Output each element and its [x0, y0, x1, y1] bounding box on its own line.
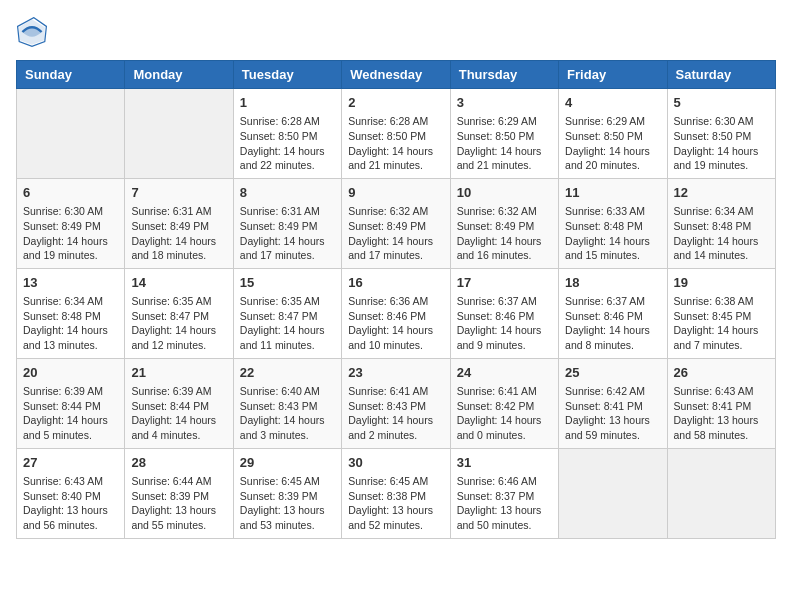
- calendar-cell: 23Sunrise: 6:41 AMSunset: 8:43 PMDayligh…: [342, 358, 450, 448]
- calendar-cell: 17Sunrise: 6:37 AMSunset: 8:46 PMDayligh…: [450, 268, 558, 358]
- sunrise-text: Sunrise: 6:42 AM: [565, 384, 660, 399]
- calendar-week-row: 1Sunrise: 6:28 AMSunset: 8:50 PMDaylight…: [17, 89, 776, 179]
- sunrise-text: Sunrise: 6:44 AM: [131, 474, 226, 489]
- sunrise-text: Sunrise: 6:31 AM: [240, 204, 335, 219]
- day-number: 18: [565, 274, 660, 292]
- daylight-text: Daylight: 13 hours and 50 minutes.: [457, 503, 552, 532]
- sunrise-text: Sunrise: 6:34 AM: [674, 204, 769, 219]
- day-of-week-header: Thursday: [450, 61, 558, 89]
- daylight-text: Daylight: 14 hours and 8 minutes.: [565, 323, 660, 352]
- calendar-table: SundayMondayTuesdayWednesdayThursdayFrid…: [16, 60, 776, 539]
- calendar-week-row: 13Sunrise: 6:34 AMSunset: 8:48 PMDayligh…: [17, 268, 776, 358]
- day-number: 1: [240, 94, 335, 112]
- sunset-text: Sunset: 8:50 PM: [240, 129, 335, 144]
- sunset-text: Sunset: 8:46 PM: [565, 309, 660, 324]
- day-number: 22: [240, 364, 335, 382]
- calendar-cell: 28Sunrise: 6:44 AMSunset: 8:39 PMDayligh…: [125, 448, 233, 538]
- day-number: 7: [131, 184, 226, 202]
- sunrise-text: Sunrise: 6:45 AM: [348, 474, 443, 489]
- calendar-cell: 8Sunrise: 6:31 AMSunset: 8:49 PMDaylight…: [233, 178, 341, 268]
- calendar-cell: 15Sunrise: 6:35 AMSunset: 8:47 PMDayligh…: [233, 268, 341, 358]
- sunset-text: Sunset: 8:49 PM: [240, 219, 335, 234]
- daylight-text: Daylight: 13 hours and 55 minutes.: [131, 503, 226, 532]
- calendar-cell: 7Sunrise: 6:31 AMSunset: 8:49 PMDaylight…: [125, 178, 233, 268]
- calendar-cell: 2Sunrise: 6:28 AMSunset: 8:50 PMDaylight…: [342, 89, 450, 179]
- sunrise-text: Sunrise: 6:29 AM: [565, 114, 660, 129]
- daylight-text: Daylight: 14 hours and 12 minutes.: [131, 323, 226, 352]
- calendar-cell: [667, 448, 775, 538]
- day-of-week-header: Tuesday: [233, 61, 341, 89]
- sunset-text: Sunset: 8:42 PM: [457, 399, 552, 414]
- sunset-text: Sunset: 8:46 PM: [457, 309, 552, 324]
- sunset-text: Sunset: 8:43 PM: [348, 399, 443, 414]
- sunset-text: Sunset: 8:48 PM: [23, 309, 118, 324]
- daylight-text: Daylight: 13 hours and 56 minutes.: [23, 503, 118, 532]
- sunset-text: Sunset: 8:43 PM: [240, 399, 335, 414]
- day-number: 15: [240, 274, 335, 292]
- day-number: 25: [565, 364, 660, 382]
- day-number: 21: [131, 364, 226, 382]
- calendar-cell: 1Sunrise: 6:28 AMSunset: 8:50 PMDaylight…: [233, 89, 341, 179]
- calendar-cell: 11Sunrise: 6:33 AMSunset: 8:48 PMDayligh…: [559, 178, 667, 268]
- calendar-cell: 24Sunrise: 6:41 AMSunset: 8:42 PMDayligh…: [450, 358, 558, 448]
- daylight-text: Daylight: 13 hours and 52 minutes.: [348, 503, 443, 532]
- sunset-text: Sunset: 8:50 PM: [565, 129, 660, 144]
- daylight-text: Daylight: 14 hours and 5 minutes.: [23, 413, 118, 442]
- sunrise-text: Sunrise: 6:43 AM: [674, 384, 769, 399]
- sunset-text: Sunset: 8:50 PM: [674, 129, 769, 144]
- sunrise-text: Sunrise: 6:45 AM: [240, 474, 335, 489]
- day-number: 17: [457, 274, 552, 292]
- day-number: 24: [457, 364, 552, 382]
- sunset-text: Sunset: 8:41 PM: [565, 399, 660, 414]
- daylight-text: Daylight: 14 hours and 9 minutes.: [457, 323, 552, 352]
- day-number: 20: [23, 364, 118, 382]
- daylight-text: Daylight: 14 hours and 17 minutes.: [348, 234, 443, 263]
- sunset-text: Sunset: 8:49 PM: [457, 219, 552, 234]
- sunrise-text: Sunrise: 6:38 AM: [674, 294, 769, 309]
- daylight-text: Daylight: 14 hours and 13 minutes.: [23, 323, 118, 352]
- sunrise-text: Sunrise: 6:30 AM: [674, 114, 769, 129]
- sunset-text: Sunset: 8:49 PM: [131, 219, 226, 234]
- sunrise-text: Sunrise: 6:31 AM: [131, 204, 226, 219]
- calendar-cell: 13Sunrise: 6:34 AMSunset: 8:48 PMDayligh…: [17, 268, 125, 358]
- day-number: 16: [348, 274, 443, 292]
- sunset-text: Sunset: 8:50 PM: [348, 129, 443, 144]
- day-number: 26: [674, 364, 769, 382]
- sunset-text: Sunset: 8:49 PM: [348, 219, 443, 234]
- day-number: 12: [674, 184, 769, 202]
- sunrise-text: Sunrise: 6:33 AM: [565, 204, 660, 219]
- day-of-week-header: Sunday: [17, 61, 125, 89]
- sunset-text: Sunset: 8:48 PM: [565, 219, 660, 234]
- daylight-text: Daylight: 14 hours and 11 minutes.: [240, 323, 335, 352]
- daylight-text: Daylight: 14 hours and 4 minutes.: [131, 413, 226, 442]
- calendar-cell: 6Sunrise: 6:30 AMSunset: 8:49 PMDaylight…: [17, 178, 125, 268]
- daylight-text: Daylight: 14 hours and 0 minutes.: [457, 413, 552, 442]
- day-number: 30: [348, 454, 443, 472]
- day-of-week-header: Friday: [559, 61, 667, 89]
- daylight-text: Daylight: 14 hours and 3 minutes.: [240, 413, 335, 442]
- logo-icon: [16, 16, 48, 48]
- daylight-text: Daylight: 14 hours and 20 minutes.: [565, 144, 660, 173]
- daylight-text: Daylight: 14 hours and 22 minutes.: [240, 144, 335, 173]
- sunset-text: Sunset: 8:37 PM: [457, 489, 552, 504]
- sunrise-text: Sunrise: 6:35 AM: [131, 294, 226, 309]
- calendar-cell: 22Sunrise: 6:40 AMSunset: 8:43 PMDayligh…: [233, 358, 341, 448]
- day-number: 31: [457, 454, 552, 472]
- daylight-text: Daylight: 14 hours and 18 minutes.: [131, 234, 226, 263]
- day-number: 23: [348, 364, 443, 382]
- sunrise-text: Sunrise: 6:35 AM: [240, 294, 335, 309]
- sunset-text: Sunset: 8:39 PM: [240, 489, 335, 504]
- day-number: 13: [23, 274, 118, 292]
- day-number: 10: [457, 184, 552, 202]
- sunrise-text: Sunrise: 6:39 AM: [23, 384, 118, 399]
- sunset-text: Sunset: 8:46 PM: [348, 309, 443, 324]
- calendar-cell: 3Sunrise: 6:29 AMSunset: 8:50 PMDaylight…: [450, 89, 558, 179]
- day-number: 14: [131, 274, 226, 292]
- sunset-text: Sunset: 8:49 PM: [23, 219, 118, 234]
- sunrise-text: Sunrise: 6:28 AM: [240, 114, 335, 129]
- daylight-text: Daylight: 14 hours and 7 minutes.: [674, 323, 769, 352]
- sunset-text: Sunset: 8:48 PM: [674, 219, 769, 234]
- sunrise-text: Sunrise: 6:41 AM: [348, 384, 443, 399]
- daylight-text: Daylight: 14 hours and 2 minutes.: [348, 413, 443, 442]
- day-number: 19: [674, 274, 769, 292]
